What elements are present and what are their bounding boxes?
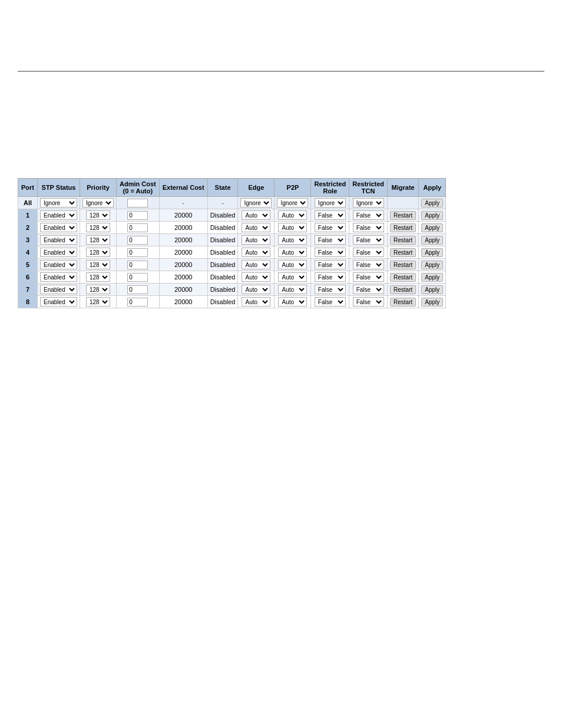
admin-cost-cell-6[interactable] [117,271,160,284]
migrate-cell-3[interactable]: Restart [388,234,419,246]
restricted-tcn-select-4[interactable]: FalseTrueIgnore [353,248,384,257]
admin-cost-cell-3[interactable] [117,234,160,246]
restricted-role-cell-7[interactable]: FalseTrueIgnore [311,284,349,296]
priority-select-2[interactable]: 1280163248648096112144160176192208224240 [86,223,110,232]
restricted-tcn-cell-2[interactable]: FalseTrueIgnore [349,222,388,234]
edge-select-2[interactable]: AutoTrueFalse [242,223,270,232]
restricted-tcn-select-6[interactable]: FalseTrueIgnore [353,272,384,282]
apply-cell-1[interactable]: Apply [419,209,446,222]
all-priority-cell[interactable]: Ignore1280 [80,197,117,209]
restricted-role-cell-3[interactable]: FalseTrueIgnore [311,234,349,246]
stp-status-select-6[interactable]: EnabledDisabledIgnore [40,272,77,282]
restricted-tcn-cell-7[interactable]: FalseTrueIgnore [349,284,388,296]
p2p-select-7[interactable]: AutoTrueFalse [278,285,307,294]
restricted-tcn-select-5[interactable]: FalseTrueIgnore [353,260,384,269]
p2p-select-8[interactable]: AutoTrueFalse [278,297,307,307]
restricted-role-select-7[interactable]: FalseTrueIgnore [315,285,346,294]
admin-cost-input-2[interactable] [127,223,148,232]
restricted-role-cell-2[interactable]: FalseTrueIgnore [311,222,349,234]
apply-button-6[interactable]: Apply [421,273,443,282]
p2p-cell-7[interactable]: AutoTrueFalse [275,284,311,296]
p2p-select-4[interactable]: AutoTrueFalse [278,248,307,257]
priority-select-6[interactable]: 1280163248648096112144160176192208224240 [86,272,110,282]
apply-button-2[interactable]: Apply [421,223,443,232]
edge-select-7[interactable]: AutoTrueFalse [242,285,270,294]
apply-cell-6[interactable]: Apply [419,271,446,284]
admin-cost-cell-4[interactable] [117,246,160,259]
stp-status-select-8[interactable]: EnabledDisabledIgnore [40,297,77,307]
p2p-cell-1[interactable]: AutoTrueFalse [275,209,311,222]
priority-cell-1[interactable]: 1280163248648096112144160176192208224240 [80,209,117,222]
apply-cell-7[interactable]: Apply [419,284,446,296]
restart-button-6[interactable]: Restart [390,273,416,282]
edge-cell-5[interactable]: AutoTrueFalse [238,259,275,271]
priority-cell-6[interactable]: 1280163248648096112144160176192208224240 [80,271,117,284]
all-stp-status-cell[interactable]: IgnoreEnabledDisabled [38,197,80,209]
migrate-cell-1[interactable]: Restart [388,209,419,222]
all-p2p-cell[interactable]: IgnoreAutoTrueFalse [275,197,311,209]
admin-cost-cell-5[interactable] [117,259,160,271]
admin-cost-input-5[interactable] [127,261,148,269]
restricted-tcn-cell-5[interactable]: FalseTrueIgnore [349,259,388,271]
all-edge-cell[interactable]: IgnoreAutoTrueFalse [238,197,275,209]
restricted-role-select-1[interactable]: FalseTrueIgnore [315,210,346,220]
all-apply-cell[interactable]: Apply [419,197,446,209]
restricted-tcn-select-2[interactable]: FalseTrueIgnore [353,223,384,232]
priority-select-3[interactable]: 1280163248648096112144160176192208224240 [86,235,110,245]
p2p-select-1[interactable]: AutoTrueFalse [278,210,307,220]
priority-cell-7[interactable]: 1280163248648096112144160176192208224240 [80,284,117,296]
restricted-role-select-3[interactable]: FalseTrueIgnore [315,235,346,245]
apply-cell-5[interactable]: Apply [419,259,446,271]
stp-status-cell-6[interactable]: EnabledDisabledIgnore [38,271,80,284]
edge-select-8[interactable]: AutoTrueFalse [242,297,270,307]
stp-status-cell-4[interactable]: EnabledDisabledIgnore [38,246,80,259]
p2p-cell-2[interactable]: AutoTrueFalse [275,222,311,234]
apply-cell-8[interactable]: Apply [419,296,446,308]
admin-cost-cell-7[interactable] [117,284,160,296]
edge-cell-3[interactable]: AutoTrueFalse [238,234,275,246]
stp-status-select-5[interactable]: EnabledDisabledIgnore [40,260,77,269]
priority-select-8[interactable]: 1280163248648096112144160176192208224240 [86,297,110,307]
apply-cell-4[interactable]: Apply [419,246,446,259]
restricted-role-select-8[interactable]: FalseTrueIgnore [315,297,346,307]
edge-cell-7[interactable]: AutoTrueFalse [238,284,275,296]
restricted-role-cell-6[interactable]: FalseTrueIgnore [311,271,349,284]
apply-cell-2[interactable]: Apply [419,222,446,234]
restart-button-8[interactable]: Restart [390,298,416,307]
restricted-tcn-cell-4[interactable]: FalseTrueIgnore [349,246,388,259]
edge-select-4[interactable]: AutoTrueFalse [242,248,270,257]
apply-button-1[interactable]: Apply [421,211,443,220]
all-restricted-tcn-cell[interactable]: IgnoreFalseTrue [349,197,388,209]
restricted-role-select-2[interactable]: FalseTrueIgnore [315,223,346,232]
priority-select-7[interactable]: 1280163248648096112144160176192208224240 [86,285,110,294]
migrate-cell-7[interactable]: Restart [388,284,419,296]
edge-cell-2[interactable]: AutoTrueFalse [238,222,275,234]
restricted-tcn-select-3[interactable]: FalseTrueIgnore [353,235,384,245]
stp-status-cell-3[interactable]: EnabledDisabledIgnore [38,234,80,246]
admin-cost-input-6[interactable] [127,273,148,282]
priority-cell-3[interactable]: 1280163248648096112144160176192208224240 [80,234,117,246]
restart-button-1[interactable]: Restart [390,211,416,220]
apply-button-8[interactable]: Apply [421,298,443,307]
apply-cell-3[interactable]: Apply [419,234,446,246]
p2p-cell-4[interactable]: AutoTrueFalse [275,246,311,259]
all-priority-select[interactable]: Ignore1280 [82,198,114,207]
restricted-tcn-cell-1[interactable]: FalseTrueIgnore [349,209,388,222]
restricted-role-cell-8[interactable]: FalseTrueIgnore [311,296,349,308]
edge-cell-4[interactable]: AutoTrueFalse [238,246,275,259]
apply-button-4[interactable]: Apply [421,248,443,257]
admin-cost-input-3[interactable] [127,236,148,245]
stp-status-cell-7[interactable]: EnabledDisabledIgnore [38,284,80,296]
priority-select-1[interactable]: 1280163248648096112144160176192208224240 [86,210,110,220]
stp-status-cell-8[interactable]: EnabledDisabledIgnore [38,296,80,308]
migrate-cell-2[interactable]: Restart [388,222,419,234]
admin-cost-input-8[interactable] [127,298,148,307]
restricted-role-cell-4[interactable]: FalseTrueIgnore [311,246,349,259]
restricted-role-cell-1[interactable]: FalseTrueIgnore [311,209,349,222]
migrate-cell-6[interactable]: Restart [388,271,419,284]
edge-cell-8[interactable]: AutoTrueFalse [238,296,275,308]
all-p2p-select[interactable]: IgnoreAutoTrueFalse [277,198,308,207]
priority-cell-8[interactable]: 1280163248648096112144160176192208224240 [80,296,117,308]
stp-status-cell-2[interactable]: EnabledDisabledIgnore [38,222,80,234]
p2p-select-3[interactable]: AutoTrueFalse [278,235,307,245]
